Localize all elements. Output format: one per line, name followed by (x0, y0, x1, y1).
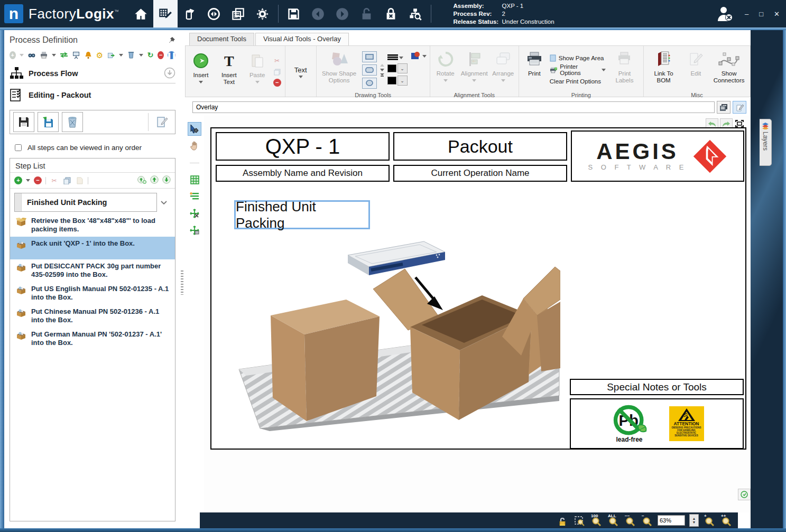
show-connectors-button[interactable]: Show Connectors (711, 48, 747, 91)
move-object-tool[interactable] (188, 223, 201, 237)
user-logoff-icon[interactable] (715, 4, 734, 23)
process-search-icon[interactable] (403, 0, 428, 27)
rotate-button[interactable]: Rotate (433, 48, 458, 91)
any-order-checkbox[interactable] (15, 144, 22, 151)
edit-notes-button[interactable] (152, 113, 172, 132)
minimize-button[interactable]: – (745, 10, 748, 18)
align-guides-tool[interactable] (188, 190, 201, 203)
pin-icon[interactable] (168, 36, 175, 44)
step-row-2[interactable]: Pack unit 'QXP - 1' into the Box. (10, 237, 175, 259)
zoom-out-fast-button[interactable]: −− (624, 515, 636, 526)
save-icon[interactable] (282, 0, 306, 27)
rounded-rectangle-shape-button[interactable] (362, 64, 377, 76)
print-caret-icon[interactable] (52, 54, 56, 57)
alert-bell-icon[interactable] (84, 51, 93, 60)
discard-button[interactable] (62, 112, 83, 132)
print-button[interactable]: Print (522, 48, 547, 91)
save-close-button[interactable] (38, 112, 59, 132)
notes-content-box[interactable]: Pb lead-free (570, 398, 744, 449)
shape-scroll-up-icon[interactable] (380, 64, 384, 67)
zoom-lock-icon[interactable] (556, 515, 569, 526)
forward-icon[interactable] (330, 0, 355, 27)
zoom-in-fast-button[interactable]: ++ (720, 515, 733, 526)
settings-gear-icon[interactable] (251, 0, 275, 27)
zoom-out-button[interactable]: − (641, 515, 653, 526)
remove-step-icon[interactable]: − (34, 176, 42, 184)
step-row-3[interactable]: Put DESICCANT PACK 30g part number 435-0… (10, 259, 175, 282)
aegis-logo-box[interactable]: AEGIS S O F T W A R E (571, 130, 744, 182)
save-step-button[interactable] (13, 112, 34, 132)
clear-print-options-button[interactable]: Clear Print Options (550, 76, 601, 87)
documents-icon[interactable] (226, 0, 251, 27)
edit-overlay-button[interactable] (733, 101, 746, 114)
text-button[interactable]: Text (289, 50, 313, 93)
export-caret-icon[interactable] (119, 54, 123, 57)
tab-visual-aid-tools[interactable]: Visual Aid Tools - Overlay (255, 33, 349, 45)
process-editor-icon[interactable] (153, 0, 178, 27)
lock-x-icon[interactable] (379, 0, 403, 27)
shape-more-icon[interactable] (380, 73, 384, 76)
zoom-100-button[interactable]: 100 (590, 515, 603, 526)
unlock-icon[interactable] (355, 0, 379, 27)
edit-button[interactable]: Edit (683, 48, 708, 91)
link-to-bom-button[interactable]: Link To BOM (647, 48, 680, 91)
step-label-textbox[interactable]: Finished Unit Packing (234, 200, 370, 229)
refresh-icon[interactable]: ↻ (147, 51, 154, 60)
copy-icon[interactable] (62, 176, 71, 185)
collapse-circle-icon[interactable] (164, 67, 175, 80)
visual-aid-page[interactable]: QXP - 1 Assembly Name and Revision Packo… (210, 127, 746, 450)
copy-shape-icon[interactable] (273, 68, 282, 77)
sync-icon[interactable] (202, 0, 226, 27)
add-step-icon[interactable]: + (14, 176, 22, 184)
materials-icon[interactable] (178, 0, 202, 27)
shape-scroll-down-icon[interactable] (380, 69, 384, 71)
pages-button[interactable] (717, 101, 730, 114)
move-anchor-tool[interactable] (188, 207, 201, 220)
step-row-1[interactable]: Retrieve the Box '48"x48"x48"' to load p… (10, 214, 175, 237)
delete-db-caret-icon[interactable] (139, 54, 143, 57)
line-color-dropdown[interactable]: ⌄ (387, 63, 408, 73)
select-tool[interactable] (188, 122, 201, 136)
maximize-button[interactable]: □ (759, 10, 763, 18)
zoom-all-button[interactable]: ALL (607, 515, 619, 526)
delete-db-icon[interactable] (127, 51, 135, 60)
make-substep-icon[interactable] (137, 176, 146, 185)
gear-yellow-icon[interactable]: ⚙ (96, 51, 103, 60)
zoom-in-button[interactable]: + (703, 515, 716, 526)
close-button[interactable]: ✕ (774, 10, 780, 18)
tab-document-tools[interactable]: Document Tools (189, 33, 254, 45)
notes-title-box[interactable]: Special Notes or Tools (570, 379, 744, 395)
panel-splitter[interactable] (179, 30, 185, 528)
add-step-caret-icon[interactable] (26, 179, 30, 182)
show-shape-options-button[interactable]: Show Shape Options (320, 48, 359, 91)
paste-button[interactable]: Paste (245, 50, 270, 93)
image-color-dropdown[interactable] (411, 51, 427, 61)
zoom-marquee-icon[interactable] (573, 515, 586, 526)
arrange-button[interactable]: Arrange (491, 48, 515, 91)
presentation-icon[interactable] (72, 51, 80, 60)
insert-text-button[interactable]: T Insert Text (216, 50, 242, 93)
move-step-down-icon[interactable] (162, 175, 171, 185)
design-viewport[interactable]: QXP - 1 Assembly Name and Revision Packo… (204, 116, 751, 512)
rectangle-shape-button[interactable] (362, 51, 377, 62)
step-group-chevron-icon[interactable] (157, 199, 171, 207)
paste-icon[interactable] (75, 176, 84, 185)
find-icon[interactable] (27, 51, 36, 60)
alignment-button[interactable]: Alignment (461, 48, 488, 91)
refresh-view-button[interactable] (738, 489, 751, 500)
printer-options-dropdown[interactable]: ?Printer Options (550, 64, 606, 75)
process-flow-row[interactable]: Process Flow (10, 64, 175, 83)
overlay-name-input[interactable] (192, 101, 715, 113)
step-group-dropdown[interactable]: Finished Unit Packing (14, 193, 157, 212)
grid-snap-tool[interactable] (188, 173, 201, 186)
remove-shape-icon[interactable]: − (273, 79, 281, 87)
step-row-4[interactable]: Put US English Manual PN 502-01235 - A.1… (10, 282, 175, 305)
reorder-icon[interactable] (60, 51, 68, 60)
cut-shape-icon[interactable]: ✂ (273, 57, 282, 66)
zoom-stepper[interactable]: ▲▼ (689, 514, 699, 527)
move-step-up-icon[interactable] (150, 175, 159, 185)
add-process-caret-icon[interactable] (20, 54, 24, 57)
layers-flyout-tab[interactable]: Layers (760, 119, 772, 166)
operation-caption-box[interactable]: Current Operation Name (393, 165, 567, 182)
step-row-6[interactable]: Put German Manual PN '502-01237 - A.1' i… (10, 328, 175, 350)
